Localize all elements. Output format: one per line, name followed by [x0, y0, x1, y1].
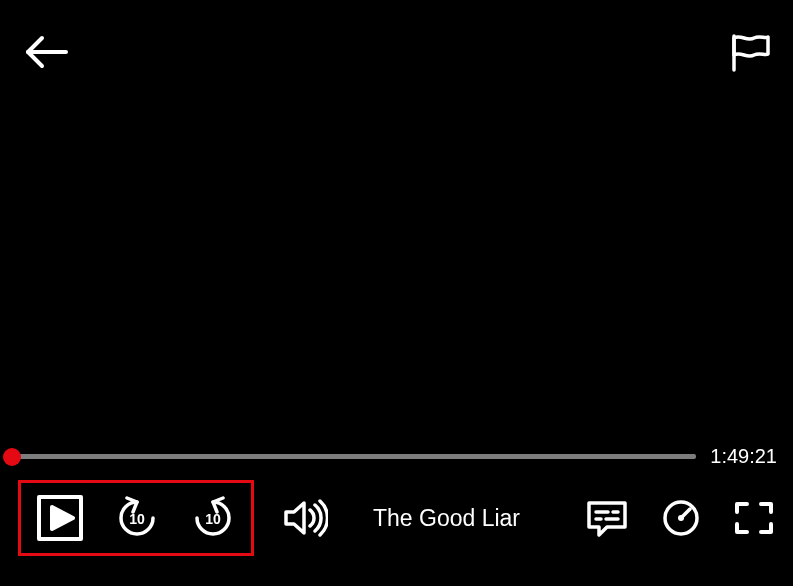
progress-scrubber[interactable]	[3, 448, 21, 466]
svg-text:10: 10	[205, 511, 221, 527]
svg-line-13	[681, 509, 690, 518]
forward-10-icon: 10	[189, 494, 237, 542]
back-10-icon: 10	[113, 494, 161, 542]
subtitles-button[interactable]	[585, 499, 629, 537]
back-button[interactable]	[22, 32, 70, 72]
arrow-left-icon	[22, 32, 70, 72]
svg-marker-6	[286, 503, 304, 533]
fullscreen-button[interactable]	[733, 500, 775, 536]
back-10-button[interactable]: 10	[113, 494, 161, 542]
video-title: The Good Liar	[373, 505, 520, 532]
play-icon	[35, 493, 85, 543]
controls-bar: 10 10	[0, 480, 793, 556]
svg-marker-3	[52, 507, 73, 529]
forward-10-button[interactable]: 10	[189, 494, 237, 542]
right-controls	[585, 498, 775, 538]
progress-row: 1:49:21	[12, 445, 777, 468]
fullscreen-icon	[733, 500, 775, 536]
top-bar	[0, 30, 793, 74]
speed-button[interactable]	[661, 498, 701, 538]
subtitles-icon	[585, 499, 629, 537]
volume-button[interactable]	[282, 497, 328, 539]
flag-button[interactable]	[727, 32, 771, 72]
progress-track[interactable]	[12, 454, 696, 459]
svg-text:10: 10	[129, 511, 145, 527]
volume-icon	[282, 497, 328, 539]
playback-group-highlight: 10 10	[18, 480, 254, 556]
play-button[interactable]	[35, 493, 85, 543]
flag-icon	[727, 32, 771, 72]
time-remaining: 1:49:21	[710, 445, 777, 468]
speed-icon	[661, 498, 701, 538]
video-player: 1:49:21 10	[0, 0, 793, 586]
